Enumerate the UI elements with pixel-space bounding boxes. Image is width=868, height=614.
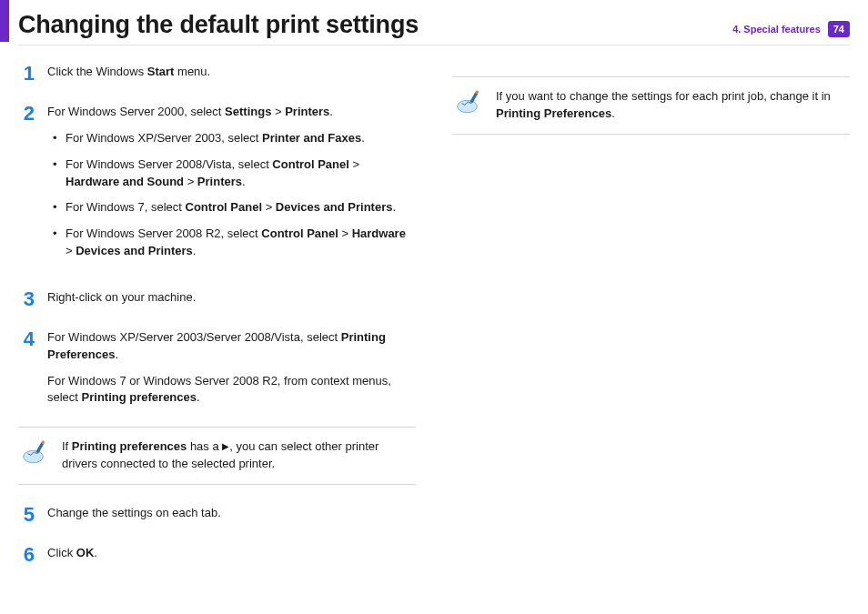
bold: Printers [197,175,242,188]
step-number: 2 [18,104,35,269]
step-2: 2 For Windows Server 2000, select Settin… [18,104,416,269]
list-item: For Windows 7, select Control Panel > De… [53,199,416,216]
bold: Start [147,65,175,78]
bold: OK [76,546,95,559]
text: > [349,157,359,171]
text: For Windows XP/Server 2003, select [66,131,262,145]
step-1: 1 Click the Windows Start menu. [18,64,416,84]
bold: Control Panel [186,200,263,214]
text: Click the Windows [47,65,147,78]
text: . [242,175,246,188]
text: For Windows Server 2008/Vista, select [66,157,272,171]
note-left: If Printing preferences has a ▶, you can… [18,427,416,485]
step-body: For Windows Server 2000, select Settings… [47,104,416,269]
step-6: 6 Click OK. [18,545,416,565]
note-text: If Printing preferences has a ▶, you can… [62,438,414,473]
step-5: 5 Change the settings on each tab. [18,505,416,525]
page: Changing the default print settings 4. S… [0,0,868,614]
step-number: 1 [18,64,35,84]
step-body: Click OK. [47,545,416,565]
text: . [197,390,200,404]
text: . [94,546,97,559]
text: > [338,226,352,240]
spacer [452,64,850,76]
note-icon [454,88,485,116]
content-columns: 1 Click the Windows Start menu. 2 For Wi… [18,64,850,585]
column-right: If you want to change the settings for e… [452,64,850,585]
step-4: 4 For Windows XP/Server 2003/Server 2008… [18,329,416,407]
bold: Devices and Printers [276,200,393,214]
bold: Devices and Printers [76,244,193,257]
text: If [62,439,72,453]
note-right: If you want to change the settings for e… [452,76,850,135]
header-row: Changing the default print settings 4. S… [18,11,850,39]
text: For Windows Server 2000, select [47,105,225,118]
triangle-icon: ▶ [222,440,229,454]
text: For Windows XP/Server 2003/Server 2008/V… [47,330,341,344]
text: . [611,106,615,120]
bold: Hardware [352,226,406,240]
step-number: 4 [18,329,35,407]
step-body: Click the Windows Start menu. [47,64,416,84]
bold: Control Panel [261,226,338,240]
text: . [392,200,396,214]
list-item: For Windows Server 2008/Vista, select Co… [53,156,416,191]
text: menu. [174,65,210,78]
text: > [66,244,76,257]
bold: Printer and Faxes [262,131,361,145]
text: . [193,244,197,257]
bold: Settings [225,105,271,118]
sub-list: For Windows XP/Server 2003, select Print… [53,130,416,260]
list-item: For Windows XP/Server 2003, select Print… [53,130,416,147]
list-item: For Windows Server 2008 R2, select Contr… [53,226,416,260]
step-number: 3 [18,289,35,309]
text: > [271,105,285,118]
bold: Printers [285,105,329,118]
text: If you want to change the settings for e… [496,89,831,103]
bold: Printing preferences [72,439,187,453]
text: has a [187,439,222,453]
text: Right-click on your machine. [47,289,416,307]
note-icon [20,438,51,466]
page-title: Changing the default print settings [18,11,419,39]
text: Change the settings on each tab. [47,505,416,522]
text: . [361,131,365,145]
step-body: Right-click on your machine. [47,289,416,309]
section-label: 4. Special features [732,24,821,35]
bold: Hardware and Sound [66,175,184,188]
header-meta: 4. Special features 74 [732,21,850,37]
header-rule [18,45,850,45]
step-number: 6 [18,545,35,565]
note-text: If you want to change the settings for e… [496,88,848,123]
text: . [115,347,118,361]
bold: Printing Preferences [496,106,611,120]
accent-bar [0,0,9,42]
step-number: 5 [18,505,35,525]
bold: Control Panel [272,157,349,171]
step-3: 3 Right-click on your machine. [18,289,416,309]
text: > [262,200,276,214]
column-left: 1 Click the Windows Start menu. 2 For Wi… [18,64,416,585]
text: For Windows Server 2008 R2, select [66,226,261,240]
bold: Printing preferences [82,390,197,404]
step-body: Change the settings on each tab. [47,505,416,525]
text: Click [47,546,76,559]
step-body: For Windows XP/Server 2003/Server 2008/V… [47,329,416,407]
page-number-badge: 74 [828,21,850,37]
text: For Windows 7, select [66,200,186,214]
text: > [184,175,197,188]
text: . [329,105,333,118]
